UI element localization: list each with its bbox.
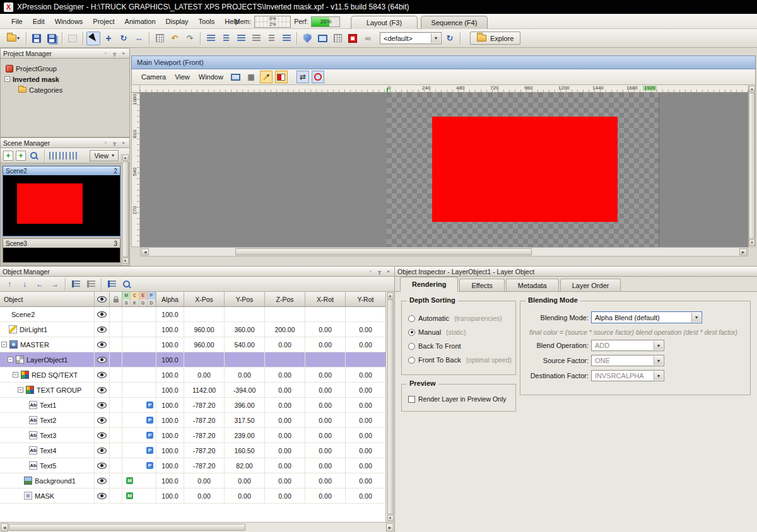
scrollbar-thumb[interactable] — [122, 161, 129, 257]
visibility-eye-icon[interactable] — [97, 463, 107, 469]
dropdown-destination-factor[interactable]: INVSRCALPHA▾ — [591, 370, 664, 381]
redo-button[interactable]: ↷ — [183, 32, 197, 45]
project-tree-item[interactable]: Categories — [1, 84, 129, 95]
select-tool-button[interactable] — [86, 32, 100, 45]
expander-minus-icon[interactable]: − — [4, 76, 10, 82]
checkbox-icon[interactable] — [408, 396, 415, 403]
column-object[interactable]: Object — [0, 292, 95, 306]
scene-list-scrollbar[interactable]: ▲ ▼ — [121, 154, 129, 265]
scroll-left-icon[interactable]: ◀ — [1, 523, 8, 531]
float-panel-icon[interactable]: ▫ — [367, 268, 374, 275]
inspector-tab-rendering[interactable]: Rendering — [400, 277, 458, 292]
object-row-text3[interactable]: AbText3P100.0-787.20239.000.000.000.00 — [0, 428, 385, 443]
scrollbar-thumb[interactable] — [9, 524, 245, 531]
take-online-button[interactable] — [346, 32, 360, 45]
float-panel-icon[interactable]: ▫ — [102, 50, 109, 57]
object-table-vscrollbar[interactable]: ▲ ▼ — [385, 292, 394, 522]
close-panel-icon[interactable]: × — [120, 139, 127, 146]
column-visibility[interactable] — [95, 292, 110, 306]
dropdown-source-factor[interactable]: ONE▾ — [591, 355, 664, 366]
menu-windows[interactable]: Windows — [50, 16, 88, 27]
thumbnail-view-icon[interactable] — [59, 152, 67, 159]
visibility-eye-icon[interactable] — [97, 417, 107, 424]
preview-monitor-button[interactable] — [315, 32, 329, 45]
expander-minus-icon[interactable]: − — [1, 342, 7, 347]
visibility-eye-icon[interactable] — [97, 311, 107, 318]
object-row-dirlight1[interactable]: DirLight1100.0960.00360.00200.000.000.00 — [0, 322, 385, 337]
add-scene-group-icon[interactable]: + — [16, 151, 26, 161]
inspector-tab-effects[interactable]: Effects — [459, 279, 504, 291]
scroll-up-icon[interactable]: ▲ — [749, 86, 755, 92]
render-preview-only-option[interactable]: Render Layer in Preview Only — [402, 385, 515, 403]
menu-animation[interactable]: Animation — [120, 16, 161, 27]
save-button[interactable] — [30, 32, 44, 45]
radio-button-icon[interactable] — [408, 357, 415, 364]
visibility-eye-icon[interactable] — [97, 432, 107, 439]
sort-objects-button[interactable] — [105, 277, 119, 291]
scroll-right-icon[interactable]: ▶ — [386, 523, 394, 531]
expander-minus-icon[interactable]: − — [18, 387, 23, 393]
object-row-scene2[interactable]: Scene2100.0 — [0, 307, 385, 322]
link-button[interactable]: ∞ — [361, 32, 375, 45]
move-tool-button[interactable]: + — [102, 32, 115, 45]
close-panel-icon[interactable]: × — [120, 50, 127, 57]
detail-view-icon[interactable] — [69, 152, 77, 159]
visibility-eye-icon[interactable] — [97, 387, 107, 393]
scene-item-scene3[interactable]: Scene33 — [3, 238, 120, 263]
project-tree-item[interactable]: ProjectGroup — [1, 63, 129, 74]
menu-tools[interactable]: Tools — [194, 16, 220, 27]
expander-minus-icon[interactable]: − — [8, 357, 13, 362]
mask-preview-button[interactable] — [275, 71, 288, 83]
object-row-layerobject1[interactable]: −LayerObject1100.0 — [0, 352, 385, 367]
visibility-eye-icon[interactable] — [97, 357, 107, 363]
align-center-button[interactable] — [219, 32, 233, 45]
viewport-vscrollbar[interactable]: ▲ ▼ — [748, 84, 756, 247]
move-object-down-button[interactable]: ↓ — [18, 277, 32, 291]
column-flags[interactable]: MCEPSKGD — [122, 292, 156, 306]
scroll-down-icon[interactable]: ▼ — [122, 258, 129, 264]
add-scene-icon[interactable]: + — [3, 151, 13, 161]
justify-button[interactable] — [279, 32, 293, 45]
scroll-up-icon[interactable]: ▲ — [387, 292, 394, 299]
scrollbar-thumb[interactable] — [749, 93, 755, 239]
open-project-button[interactable]: ▾ — [4, 32, 23, 45]
scroll-up-icon[interactable]: ▲ — [122, 154, 129, 161]
object-row-mask[interactable]: MASKM100.00.000.000.000.000.00 — [0, 489, 385, 504]
explore-button[interactable]: Explore — [470, 32, 520, 45]
column-xpos[interactable]: X-Pos — [184, 292, 225, 306]
list-view-icon[interactable] — [49, 152, 57, 159]
visibility-eye-icon[interactable] — [97, 372, 107, 378]
visibility-eye-icon[interactable] — [97, 402, 107, 408]
object-table-hscrollbar[interactable]: ◀ ▶ — [0, 522, 394, 532]
radio-button-icon[interactable] — [408, 315, 415, 322]
object-row-master[interactable]: −MASTER100.0960.00540.000.000.000.00 — [0, 337, 385, 352]
save-all-button[interactable] — [45, 32, 59, 45]
project-tree-item[interactable]: −Inverted mask — [1, 74, 129, 84]
safe-area-button[interactable] — [312, 71, 324, 83]
visibility-eye-icon[interactable] — [97, 493, 107, 499]
scene-thumbnail[interactable] — [3, 248, 120, 262]
workspace-tab-sequence[interactable]: Sequence (F4) — [421, 16, 488, 29]
radio-option-automatic[interactable]: Automatic(transparencies) — [402, 311, 515, 325]
scene-thumbnail[interactable] — [3, 175, 120, 236]
inspector-tab-layer-order[interactable]: Layer Order — [560, 279, 621, 291]
column-yrot[interactable]: Y-Rot — [346, 292, 386, 306]
viewport-menu-view[interactable]: View — [170, 71, 194, 83]
expand-tree-button[interactable] — [69, 277, 83, 291]
inspector-tab-metadata[interactable]: Metadata — [506, 279, 559, 291]
distribute-v-button[interactable] — [264, 32, 278, 45]
column-zpos[interactable]: Z-Pos — [265, 292, 305, 306]
dropdown-blend-operation[interactable]: ADD▾ — [591, 340, 664, 351]
scroll-left-icon[interactable]: ◀ — [141, 248, 149, 255]
scale-tool-button[interactable]: ↔ — [132, 32, 146, 45]
visibility-eye-icon[interactable] — [97, 342, 107, 348]
scrollbar-thumb[interactable] — [387, 299, 394, 514]
object-row-text1[interactable]: AbText1P100.0-787.20396.000.000.000.00 — [0, 398, 385, 413]
viewport-menu-camera[interactable]: Camera — [137, 71, 170, 83]
column-alpha[interactable]: Alpha — [156, 292, 184, 306]
expander-minus-icon[interactable]: − — [13, 372, 18, 378]
radio-option-front-to-back[interactable]: Front To Back(optimal speed) — [402, 353, 515, 367]
object-row-text5[interactable]: AbText5P100.0-787.2082.000.000.000.00 — [0, 458, 385, 473]
menu-edit[interactable]: Edit — [28, 16, 50, 27]
protect-button[interactable] — [300, 32, 314, 45]
